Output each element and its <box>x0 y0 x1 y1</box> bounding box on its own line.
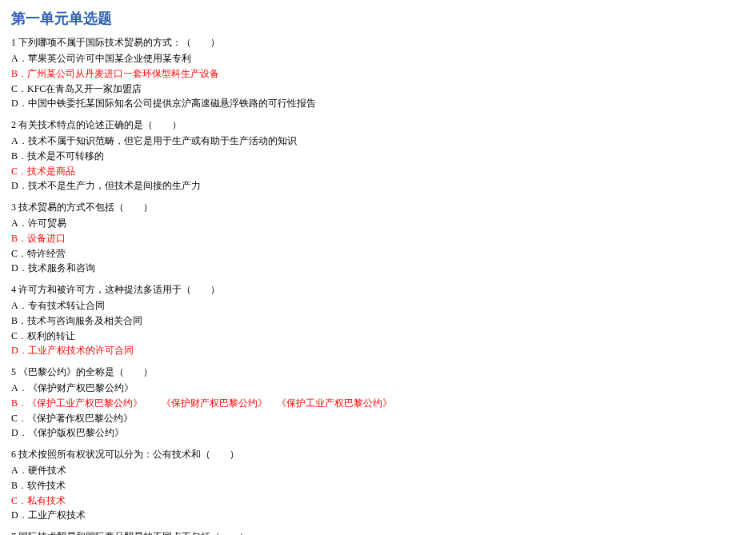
option: D．工业产权技术的许可合同 <box>11 343 745 358</box>
option: D．《保护版权巴黎公约》 <box>11 425 745 441</box>
option: B．软件技术 <box>11 478 745 493</box>
question-block: 2 有关技术特点的论述正确的是（ ）A．技术不属于知识范畴，但它是用于生产或有助… <box>11 118 745 194</box>
question-stem: 7 国际技术贸易和国际商品贸易的不同点不包括（ ） <box>11 529 745 535</box>
question-block: 3 技术贸易的方式不包括（ ）A．许可贸易B．设备进口C．特许经营D．技术服务和… <box>11 200 745 276</box>
option-list: A．专有技术转让合同B．技术与咨询服务及相关合同C．权利的转让D．工业产权技术的… <box>11 298 745 357</box>
question-block: 6 技术按照所有权状况可以分为：公有技术和（ ）A．硬件技术B．软件技术C．私有… <box>11 447 745 523</box>
option: A．专有技术转让合同 <box>11 298 745 313</box>
option: C．《保护著作权巴黎公约》 <box>11 411 745 426</box>
option-list: A．硬件技术B．软件技术C．私有技术D．工业产权技术 <box>11 463 745 522</box>
question-stem: 4 许可方和被许可方，这种提法多适用于（ ） <box>11 282 745 297</box>
option-list: A．技术不属于知识范畴，但它是用于生产或有助于生产活动的知识B．技术是不可转移的… <box>11 134 745 193</box>
question-block: 7 国际技术贸易和国际商品贸易的不同点不包括（ ）A．交易标的不同B．所有权转移… <box>11 529 745 535</box>
option: C．私有技术 <box>11 493 745 509</box>
question-block: 4 许可方和被许可方，这种提法多适用于（ ）A．专有技术转让合同B．技术与咨询服… <box>11 282 745 358</box>
option: A．苹果英公司许可中国某企业使用某专利 <box>11 51 745 66</box>
option: A．《保护财产权巴黎公约》 <box>11 381 745 396</box>
question-stem: 3 技术贸易的方式不包括（ ） <box>11 200 745 215</box>
option: C．KFC在青岛又开一家加盟店 <box>11 82 745 97</box>
option: D．工业产权技术 <box>11 508 745 523</box>
option: B．设备进口 <box>11 231 745 246</box>
question-stem: 1 下列哪项不属于国际技术贸易的方式：（ ） <box>11 35 745 50</box>
option: B．技术与咨询服务及相关合同 <box>11 313 745 329</box>
option: D．技术不是生产力，但技术是间接的生产力 <box>11 178 745 194</box>
question-block: 5 《巴黎公约》的全称是（ ）A．《保护财产权巴黎公约》B．《保护工业产权巴黎公… <box>11 365 745 441</box>
option: C．特许经营 <box>11 246 745 262</box>
option-list: A．《保护财产权巴黎公约》B．《保护工业产权巴黎公约》 《保护财产权巴黎公约》 … <box>11 381 745 440</box>
question-block: 1 下列哪项不属于国际技术贸易的方式：（ ）A．苹果英公司许可中国某企业使用某专… <box>11 35 745 111</box>
option: C．权利的转让 <box>11 329 745 344</box>
question-stem: 5 《巴黎公约》的全称是（ ） <box>11 365 745 380</box>
question-stem: 6 技术按照所有权状况可以分为：公有技术和（ ） <box>11 447 745 462</box>
page-title: 第一单元单选题 <box>11 8 745 30</box>
option: B．技术是不可转移的 <box>11 149 745 164</box>
option-list: A．许可贸易B．设备进口C．特许经营D．技术服务和咨询 <box>11 216 745 275</box>
option-list: A．苹果英公司许可中国某企业使用某专利B．广州某公司从丹麦进口一套环保型科生产设… <box>11 51 745 110</box>
option: A．许可贸易 <box>11 216 745 231</box>
option: D．中国中铁委托某国际知名公司提供京沪高速磁悬浮铁路的可行性报告 <box>11 96 745 111</box>
option: A．技术不属于知识范畴，但它是用于生产或有助于生产活动的知识 <box>11 134 745 149</box>
question-list: 1 下列哪项不属于国际技术贸易的方式：（ ）A．苹果英公司许可中国某企业使用某专… <box>11 35 745 535</box>
option: D．技术服务和咨询 <box>11 261 745 276</box>
option: B．《保护工业产权巴黎公约》 《保护财产权巴黎公约》 《保护工业产权巴黎公约》 <box>11 396 745 411</box>
option: C．技术是商品 <box>11 164 745 179</box>
option: B．广州某公司从丹麦进口一套环保型科生产设备 <box>11 66 745 82</box>
question-stem: 2 有关技术特点的论述正确的是（ ） <box>11 118 745 133</box>
option: A．硬件技术 <box>11 463 745 478</box>
